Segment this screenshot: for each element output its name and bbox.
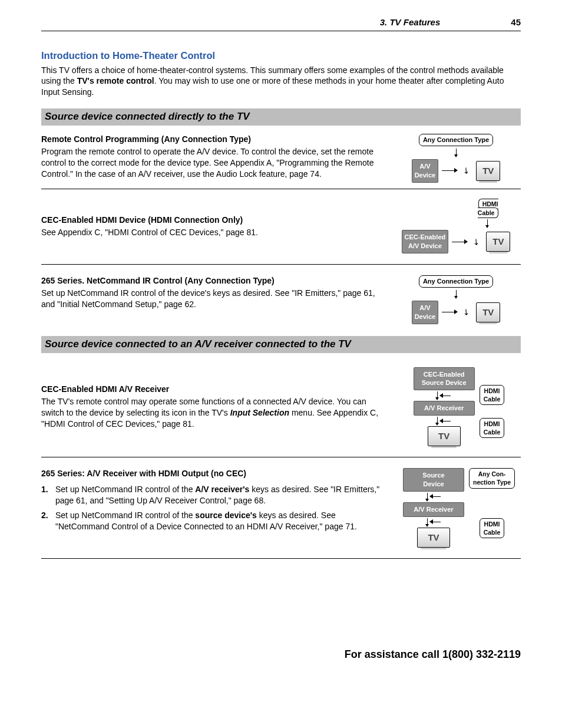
s1b-hdmi-label: HDMI Cable — [478, 199, 499, 218]
arrow-icon — [427, 493, 428, 501]
s2b-step1-a: Set up NetCommand IR control of the — [55, 485, 195, 494]
s2b-source-box: Source Device — [403, 468, 464, 492]
arrow-icon — [430, 522, 441, 522]
s1a-av-device-box: A/V Device — [412, 159, 438, 183]
arrow-icon — [456, 290, 457, 298]
assistance-footer: For assistance call 1(800) 332-2119 — [41, 647, 521, 661]
remote-icon: ↘ — [471, 235, 483, 248]
arrow-icon — [430, 496, 441, 497]
s2a-cable2: HDMI Cable — [480, 418, 505, 438]
remote-icon: ↘ — [460, 164, 472, 177]
arrow-icon — [456, 149, 457, 157]
s2b-cable2: HDMI Cable — [480, 518, 505, 538]
chapter-title: 3. TV Features — [380, 17, 441, 28]
arrow-icon — [452, 242, 467, 242]
s1b-tv-box: TV — [486, 232, 510, 252]
s1a-text: Program the remote control to operate th… — [41, 146, 382, 180]
s1a-diagram: Any Connection Type A/V Device ↘ TV — [412, 134, 501, 183]
list-item: 2. Set up NetCommand IR control of the s… — [41, 510, 388, 532]
s1c-text: Set up NetCommand IR control of the devi… — [41, 288, 382, 310]
arrow-icon — [442, 170, 457, 171]
arrow-icon — [440, 421, 451, 421]
s2b-title: 265 Series: A/V Receiver with HDMI Outpu… — [41, 468, 388, 479]
section-band-direct: Source device connected directly to the … — [41, 108, 521, 126]
s2b-steps: 1. Set up NetCommand IR control of the A… — [41, 484, 388, 532]
s1a-tv-box: TV — [476, 161, 500, 181]
arrow-icon — [427, 518, 428, 526]
s2b-diagram: Source Device A/V Receiver TV Any Con- n… — [403, 468, 515, 548]
remote-icon: ↘ — [460, 306, 472, 319]
s2a-title: CEC-Enabled HDMI A/V Receiver — [41, 384, 388, 395]
s2a-text: The TV's remote control may operate some… — [41, 396, 388, 430]
arrow-icon — [437, 391, 438, 400]
s1b-diagram: HDMI Cable CEC-Enabled A/V Device ↘ TV — [402, 200, 511, 253]
s1c-conn-label: Any Connection Type — [419, 275, 493, 288]
arrow-icon — [437, 417, 438, 425]
s2b-step2-b: source device's — [195, 510, 257, 520]
s2a-tv-box: TV — [428, 426, 461, 446]
s2b-conn-label: Any Con- nection Type — [469, 468, 515, 488]
s2a-cable1: HDMI Cable — [480, 385, 505, 405]
intro-paragraph: This TV offers a choice of home-theater-… — [41, 65, 521, 98]
s2a-bold: Input Selection — [230, 408, 289, 417]
s1a-title: Remote Control Programming (Any Connecti… — [41, 134, 382, 145]
intro-heading: Introduction to Home-Theater Control — [41, 49, 521, 62]
step-number: 1. — [41, 484, 55, 506]
s2a-receiver-box: A/V Receiver — [414, 401, 475, 416]
s1b-title: CEC-Enabled HDMI Device (HDMI Connection… — [41, 215, 382, 226]
s2b-step1-b: A/V receiver's — [195, 485, 249, 494]
s1c-tv-box: TV — [476, 302, 500, 322]
s2b-step2-a: Set up NetCommand IR control of the — [55, 510, 195, 520]
intro-bold: TV's remote control — [77, 76, 154, 85]
page-header: 3. TV Features 45 — [41, 17, 521, 31]
s1c-diagram: Any Connection Type A/V Device ↘ TV — [412, 275, 501, 324]
list-item: 1. Set up NetCommand IR control of the A… — [41, 484, 388, 506]
arrow-icon — [487, 219, 488, 228]
section-band-via-receiver: Source device connected to an A/V receiv… — [41, 336, 521, 353]
s2a-diagram: CEC-Enabled Source Device A/V Receiver T… — [414, 367, 505, 447]
s1a-conn-label: Any Connection Type — [419, 134, 493, 146]
s1b-cec-device-box: CEC-Enabled A/V Device — [402, 230, 449, 253]
s1b-text: See Appendix C, "HDMI Control of CEC Dev… — [41, 227, 382, 238]
arrow-icon — [442, 312, 457, 312]
s1c-av-device-box: A/V Device — [412, 301, 438, 324]
s1c-title: 265 Series. NetCommand IR Control (Any C… — [41, 275, 382, 286]
page-number: 45 — [511, 17, 521, 28]
s2a-source-box: CEC-Enabled Source Device — [414, 367, 475, 391]
s2b-tv-box: TV — [417, 528, 450, 548]
arrow-icon — [440, 396, 451, 396]
step-number: 2. — [41, 510, 55, 532]
s2b-receiver-box: A/V Receiver — [403, 502, 464, 517]
